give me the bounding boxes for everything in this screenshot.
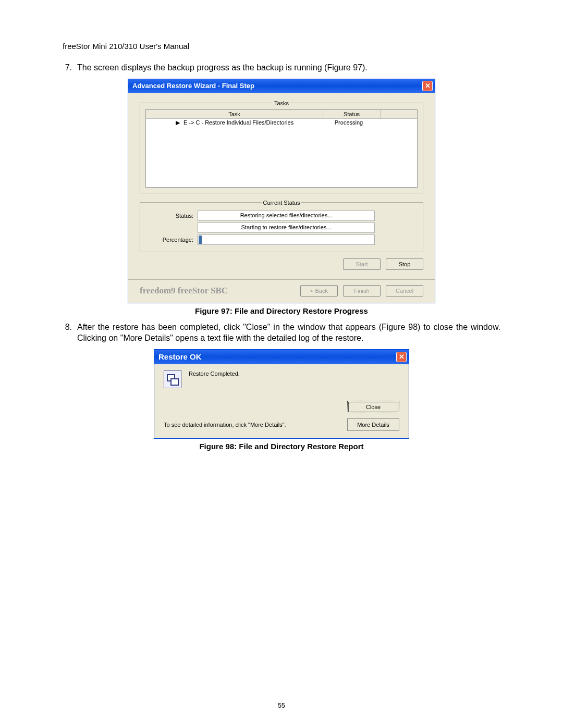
figure-97: Advanced Restore Wizard - Final Step ✕ T… (63, 79, 500, 303)
start-button: Start (343, 258, 381, 270)
th-task[interactable]: Task (146, 110, 323, 118)
status-label: Status: (145, 213, 198, 219)
wizard-title: Advanced Restore Wizard - Final Step (132, 82, 254, 90)
finish-button: Finish (343, 285, 381, 297)
back-button: < Back (300, 285, 338, 297)
cancel-button: Cancel (386, 285, 423, 297)
manual-header: freeStor Mini 210/310 User's Manual (63, 42, 500, 51)
tasks-group: Tasks Task Status ▶ E -> C - Restore Ind… (140, 100, 423, 193)
step-7-number: 7. (63, 62, 77, 73)
task-status: Processing (320, 119, 377, 126)
task-row[interactable]: ▶ E -> C - Restore Individual Files/Dire… (146, 119, 417, 127)
dlg-titlebar[interactable]: Restore OK ✕ (154, 350, 409, 364)
close-icon[interactable]: ✕ (396, 352, 407, 362)
wizard-dialog: Advanced Restore Wizard - Final Step ✕ T… (128, 79, 435, 303)
current-status-legend: Current Status (262, 200, 302, 206)
th-spacer (381, 110, 417, 118)
step-8: 8. After the restore has been completed,… (63, 322, 500, 344)
figure-98-caption: Figure 98: File and Directory Restore Re… (63, 442, 500, 451)
step-8-number: 8. (63, 322, 77, 344)
restore-icon (164, 371, 181, 388)
play-icon: ▶ (176, 119, 180, 126)
status-value: Restoring selected files/directories... (198, 211, 375, 221)
figure-97-caption: Figure 97: File and Directory Restore Pr… (63, 306, 500, 315)
tasks-table: Task Status ▶ E -> C - Restore Individua… (145, 109, 418, 188)
step-8-text: After the restore has been completed, cl… (77, 322, 500, 344)
dlg-title: Restore OK (158, 352, 202, 361)
step-7: 7. The screen displays the backup progre… (63, 62, 500, 73)
wizard-titlebar[interactable]: Advanced Restore Wizard - Final Step ✕ (128, 79, 435, 93)
brand-text: freedom9 freeStor SBC (140, 286, 228, 296)
step-7-text: The screen displays the backup progress … (77, 62, 500, 73)
stop-button[interactable]: Stop (386, 258, 423, 270)
restore-ok-dialog: Restore OK ✕ Restore Completed. Close To… (154, 349, 409, 439)
progress-bar (198, 235, 375, 245)
close-button[interactable]: Close (347, 401, 399, 413)
status-value-2: Starting to restore files/directories... (198, 223, 375, 233)
th-status[interactable]: Status (323, 110, 381, 118)
page-number: 55 (0, 702, 563, 709)
tasks-legend: Tasks (273, 100, 290, 106)
task-name: E -> C - Restore Individual Files/Direct… (183, 119, 293, 126)
figure-98: Restore OK ✕ Restore Completed. Close To… (63, 349, 500, 439)
percentage-label: Percentage: (145, 237, 198, 243)
current-status-group: Current Status Status: Restoring selecte… (140, 200, 423, 252)
restore-message: Restore Completed. (189, 371, 240, 377)
more-details-hint: To see detailed information, click "More… (164, 422, 286, 428)
more-details-button[interactable]: More Details (347, 418, 399, 431)
close-icon[interactable]: ✕ (422, 81, 433, 91)
